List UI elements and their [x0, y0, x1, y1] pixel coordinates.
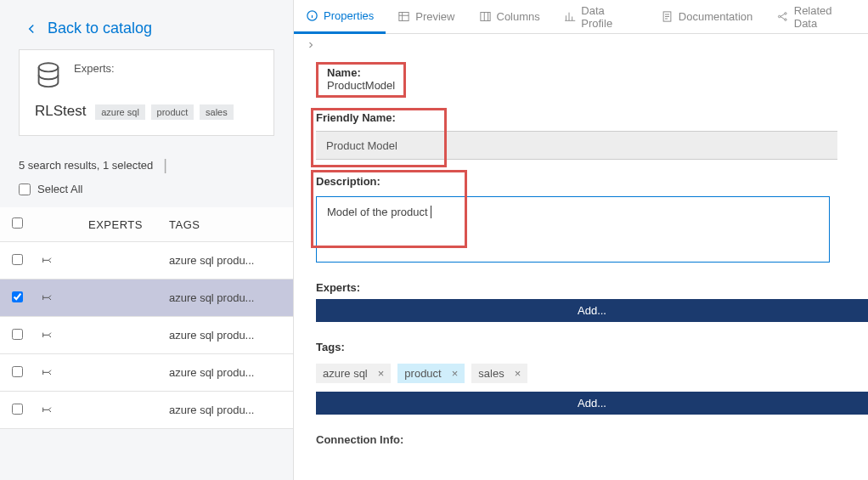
- left-panel: Back to catalog Experts: RLStest azure s…: [0, 0, 294, 480]
- back-to-catalog-link[interactable]: Back to catalog: [0, 0, 293, 49]
- card-tag[interactable]: azure sql: [95, 104, 145, 120]
- description-field: Description: Model of the product: [316, 175, 868, 263]
- tab-documentation[interactable]: Documentation: [649, 0, 764, 33]
- row-checkbox[interactable]: [12, 329, 23, 340]
- card-top: Experts:: [35, 62, 258, 94]
- doc-icon: [661, 10, 674, 23]
- table-row[interactable]: azure sql produ...: [0, 317, 293, 354]
- tags-label: Tags:: [316, 341, 868, 353]
- table-header-row: EXPERTS TAGS: [0, 207, 293, 242]
- svg-point-0: [39, 63, 59, 71]
- card-tag[interactable]: sales: [200, 104, 234, 120]
- card-asset-name: RLStest azure sql product sales: [35, 103, 258, 120]
- name-label: Name:: [327, 66, 395, 79]
- remove-tag-icon[interactable]: ×: [452, 367, 459, 380]
- header-experts[interactable]: EXPERTS: [82, 207, 162, 242]
- description-value: Model of the product: [327, 206, 428, 218]
- add-expert-button[interactable]: Add...: [316, 299, 868, 322]
- table-row[interactable]: azure sql produ...: [0, 242, 293, 280]
- asset-card: Experts: RLStest azure sql product sales: [19, 49, 274, 136]
- tag-pill[interactable]: product×: [397, 364, 465, 383]
- table-row[interactable]: azure sql produ...: [0, 354, 293, 392]
- tag-text: product: [404, 367, 441, 380]
- select-all-row[interactable]: Select All: [0, 183, 293, 207]
- row-tags: azure sql produ...: [162, 242, 293, 280]
- select-all-label: Select All: [37, 183, 82, 195]
- tag-text: azure sql: [323, 367, 368, 380]
- tab-label: Documentation: [679, 10, 752, 23]
- friendly-name-input[interactable]: Product Model: [316, 131, 837, 160]
- database-icon: [35, 62, 62, 94]
- tag-pill[interactable]: azure sql×: [316, 364, 391, 383]
- tab-columns[interactable]: Columns: [467, 0, 552, 33]
- name-field: Name: ProductModel: [316, 62, 868, 98]
- info-icon: [306, 9, 318, 22]
- tab-label: Properties: [324, 9, 374, 22]
- description-input[interactable]: Model of the product: [316, 196, 830, 263]
- highlight-name: Name: ProductModel: [316, 62, 406, 98]
- tab-preview[interactable]: Preview: [386, 0, 466, 33]
- tab-data-profile[interactable]: Data Profile: [552, 0, 649, 33]
- svg-rect-3: [480, 13, 489, 21]
- row-tags: azure sql produ...: [162, 280, 293, 317]
- row-tags: azure sql produ...: [162, 392, 293, 429]
- svg-rect-2: [399, 13, 409, 21]
- friendly-name-field: Friendly Name: Product Model: [316, 111, 868, 160]
- results-summary: 5 search results, 1 selected |: [0, 150, 293, 183]
- row-checkbox[interactable]: [12, 254, 23, 265]
- tab-label: Preview: [415, 10, 454, 23]
- tab-label: Related Data: [794, 4, 856, 30]
- connection-info-label: Connection Info:: [316, 433, 868, 446]
- row-tags: azure sql produ...: [162, 317, 293, 354]
- svg-point-5: [779, 15, 781, 17]
- expand-chevron[interactable]: [294, 34, 868, 59]
- tab-related-data[interactable]: Related Data: [764, 0, 868, 33]
- pin-icon[interactable]: [41, 405, 54, 418]
- table-row[interactable]: azure sql produ...: [0, 280, 293, 317]
- card-tag[interactable]: product: [151, 104, 194, 120]
- divider: |: [163, 156, 167, 174]
- card-experts-label: Experts:: [74, 62, 115, 94]
- name-value: ProductModel: [327, 79, 395, 92]
- header-checkbox[interactable]: [12, 217, 23, 229]
- svg-point-7: [785, 19, 786, 20]
- experts-label: Experts:: [316, 281, 868, 294]
- tab-label: Columns: [497, 10, 540, 23]
- svg-point-6: [785, 13, 786, 14]
- related-icon: [776, 10, 788, 23]
- row-tags: azure sql produ...: [162, 354, 293, 392]
- pin-icon[interactable]: [41, 368, 54, 381]
- results-text: 5 search results, 1 selected: [19, 159, 153, 172]
- tab-properties[interactable]: Properties: [294, 0, 386, 34]
- row-checkbox[interactable]: [12, 366, 23, 377]
- tags-row: azure sql× product× sales×: [316, 364, 868, 383]
- tabs-bar: Properties Preview Columns Data Profile …: [294, 0, 868, 34]
- pin-icon[interactable]: [41, 293, 54, 306]
- pin-icon[interactable]: [41, 256, 54, 268]
- tab-label: Data Profile: [581, 4, 637, 30]
- chart-icon: [564, 10, 576, 23]
- friendly-label: Friendly Name:: [316, 111, 868, 124]
- friendly-value: Product Model: [326, 139, 397, 152]
- tag-text: sales: [478, 367, 504, 380]
- tag-pill[interactable]: sales×: [471, 364, 527, 383]
- chevron-right-icon: [306, 39, 316, 51]
- table-row[interactable]: azure sql produ...: [0, 392, 293, 429]
- description-label: Description:: [316, 175, 868, 188]
- header-tags[interactable]: TAGS: [162, 207, 293, 242]
- preview-icon: [397, 10, 410, 23]
- columns-icon: [479, 10, 492, 23]
- row-checkbox[interactable]: [12, 404, 23, 415]
- right-panel: Properties Preview Columns Data Profile …: [294, 0, 868, 480]
- back-link-label: Back to catalog: [48, 20, 152, 37]
- remove-tag-icon[interactable]: ×: [515, 367, 521, 380]
- card-name-text: RLStest: [35, 103, 86, 119]
- pin-icon[interactable]: [41, 330, 54, 343]
- arrow-left-icon: [24, 21, 39, 37]
- remove-tag-icon[interactable]: ×: [378, 367, 385, 380]
- add-tag-button[interactable]: Add...: [316, 392, 868, 415]
- results-table: EXPERTS TAGS azure sql produ... azure sq…: [0, 207, 293, 429]
- row-checkbox[interactable]: [12, 291, 23, 302]
- select-all-checkbox[interactable]: [19, 184, 31, 195]
